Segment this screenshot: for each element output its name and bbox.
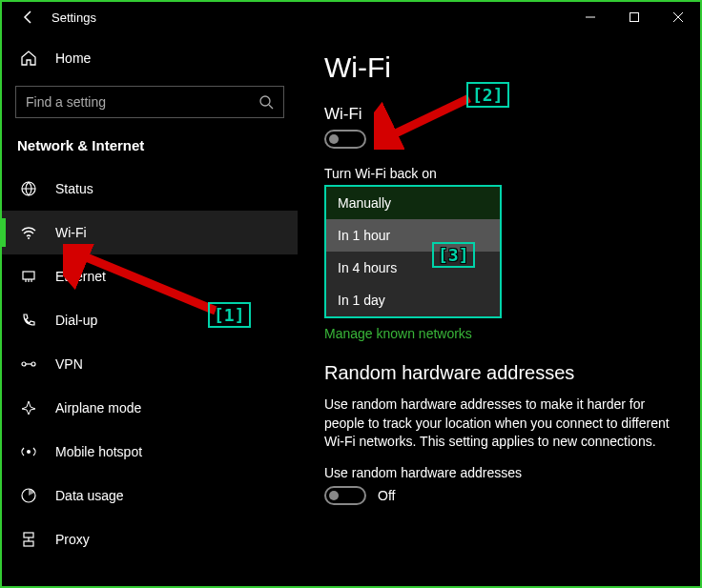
wifi-toggle[interactable] (324, 130, 366, 149)
svg-rect-9 (24, 533, 33, 537)
manage-known-networks-link[interactable]: Manage known networks (324, 326, 673, 341)
random-addresses-description: Use random hardware addresses to make it… (324, 395, 673, 452)
sidebar-item-datausage[interactable]: Data usage (2, 474, 298, 517)
sidebar-item-proxy[interactable]: Proxy (2, 517, 298, 561)
svg-point-3 (28, 237, 30, 239)
svg-point-5 (22, 362, 26, 366)
wifi-icon (19, 223, 38, 242)
annotation-label-3: [3] (432, 242, 475, 268)
window-title: Settings (48, 10, 96, 25)
sidebar-item-status[interactable]: Status (2, 167, 298, 211)
svg-rect-4 (23, 272, 34, 279)
nav-label: Wi-Fi (55, 225, 87, 240)
annotation-label-2: [2] (466, 82, 509, 108)
sidebar-home[interactable]: Home (2, 38, 298, 78)
search-placeholder: Find a setting (26, 94, 258, 110)
close-button[interactable] (656, 2, 700, 32)
back-button[interactable] (10, 2, 48, 32)
nav-label: Airplane mode (55, 400, 141, 416)
home-icon (19, 49, 38, 68)
minimize-button[interactable] (568, 2, 612, 32)
phone-icon (19, 311, 38, 330)
svg-point-6 (31, 362, 35, 366)
svg-rect-0 (630, 13, 639, 22)
random-addresses-toggle[interactable] (324, 486, 366, 505)
search-icon (258, 94, 274, 110)
sidebar-category: Network & Internet (2, 132, 298, 167)
random-addresses-heading: Random hardware addresses (324, 362, 673, 384)
svg-rect-10 (24, 541, 33, 546)
annotation-arrow-1 (63, 244, 225, 318)
ethernet-icon (19, 267, 38, 286)
sidebar-item-hotspot[interactable]: Mobile hotspot (2, 430, 298, 474)
page-title: Wi-Fi (324, 51, 673, 84)
search-input[interactable]: Find a setting (15, 86, 284, 118)
svg-point-1 (260, 96, 270, 106)
dropdown-option-1day[interactable]: In 1 day (326, 284, 500, 316)
hotspot-icon (19, 442, 38, 461)
random-toggle-label: Use random hardware addresses (324, 465, 673, 480)
proxy-icon (19, 530, 38, 549)
data-icon (19, 486, 38, 505)
nav-label: Mobile hotspot (55, 444, 142, 459)
airplane-icon (19, 398, 38, 417)
home-label: Home (55, 51, 91, 66)
titlebar: Settings (2, 2, 700, 32)
nav-label: Data usage (55, 488, 124, 503)
globe-icon (19, 179, 38, 198)
dropdown-option-manually[interactable]: Manually (326, 187, 500, 219)
nav-label: Proxy (55, 532, 90, 547)
annotation-label-1: [1] (208, 302, 251, 328)
turn-back-dropdown[interactable]: Manually In 1 hour In 4 hours In 1 day (324, 185, 502, 318)
nav-label: VPN (55, 356, 83, 372)
content-area: Wi-Fi Wi-Fi Off Turn Wi-Fi back on Manua… (298, 32, 700, 586)
sidebar-item-vpn[interactable]: VPN (2, 342, 298, 386)
random-state-label: Off (378, 488, 395, 503)
sidebar-item-airplane[interactable]: Airplane mode (2, 386, 298, 430)
svg-point-7 (27, 450, 31, 454)
turn-back-label: Turn Wi-Fi back on (324, 166, 673, 181)
annotation-arrow-2 (374, 92, 479, 150)
nav-label: Status (55, 181, 93, 196)
vpn-icon (19, 355, 38, 374)
maximize-button[interactable] (612, 2, 656, 32)
